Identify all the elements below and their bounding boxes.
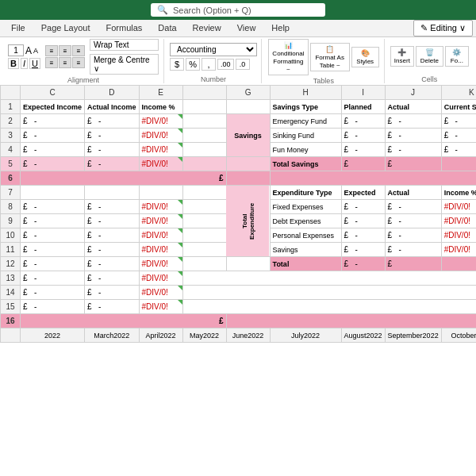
- cell[interactable]: £: [21, 314, 227, 328]
- cell[interactable]: £ -: [85, 286, 140, 300]
- tab-page-layout[interactable]: Page Layout: [33, 20, 98, 36]
- merge-centre-btn[interactable]: Merge & Centre ∨: [90, 54, 159, 75]
- cell[interactable]: Income %: [441, 186, 476, 200]
- cell[interactable]: Expected Income: [21, 100, 85, 114]
- cell[interactable]: [21, 186, 85, 200]
- cell[interactable]: £ -: [85, 129, 140, 143]
- cell[interactable]: £ -: [85, 157, 140, 171]
- col-e-header[interactable]: E: [139, 86, 182, 100]
- cell[interactable]: Savings Type: [270, 100, 341, 114]
- cell[interactable]: Current Savings: [441, 100, 476, 114]
- cell[interactable]: £: [385, 257, 441, 271]
- cell[interactable]: #DIV/0!: [139, 300, 182, 314]
- cell[interactable]: £ -: [21, 300, 85, 314]
- cell[interactable]: £ -: [21, 200, 85, 214]
- cell[interactable]: £ -: [85, 271, 140, 286]
- cell[interactable]: £ -: [21, 286, 85, 300]
- cell[interactable]: [85, 186, 140, 200]
- align-middle[interactable]: ≡: [59, 57, 71, 68]
- align-bottom[interactable]: ≡: [72, 57, 85, 68]
- cell[interactable]: #DIV/0!: [139, 157, 182, 171]
- month-cell[interactable]: October2022: [441, 328, 476, 343]
- col-j-header[interactable]: J: [385, 86, 441, 100]
- col-f-header[interactable]: [182, 86, 226, 100]
- cell[interactable]: Expected: [341, 186, 385, 200]
- cell[interactable]: £ -: [21, 271, 85, 286]
- cell[interactable]: £ -: [385, 143, 441, 157]
- tab-data[interactable]: Data: [150, 20, 184, 36]
- cell[interactable]: £ -: [385, 129, 441, 143]
- cell[interactable]: #DIV/0!: [441, 200, 476, 214]
- cell[interactable]: #DIV/0!: [139, 271, 182, 286]
- underline-btn[interactable]: U: [29, 58, 40, 69]
- cell[interactable]: £ -: [21, 157, 85, 171]
- cell[interactable]: Income %: [139, 100, 182, 114]
- decimal-increase-btn[interactable]: .00: [217, 59, 234, 70]
- cell[interactable]: Sinking Fund: [270, 129, 341, 143]
- cell[interactable]: £ -: [21, 228, 85, 243]
- cell[interactable]: #DIV/0!: [139, 243, 182, 257]
- cell[interactable]: £ -: [85, 143, 140, 157]
- cell[interactable]: £ -: [385, 200, 441, 214]
- cell[interactable]: #DIV/0!: [139, 257, 182, 271]
- percent-btn[interactable]: %: [186, 58, 200, 71]
- font-increase-icon[interactable]: A: [25, 45, 32, 56]
- cell[interactable]: [182, 100, 226, 114]
- cell[interactable]: £ -: [441, 143, 476, 157]
- cell[interactable]: £ -: [341, 214, 385, 228]
- cell[interactable]: Expenditure Type: [270, 186, 341, 200]
- cell[interactable]: [226, 257, 270, 271]
- cell[interactable]: £ -: [21, 129, 85, 143]
- cell[interactable]: £ -: [85, 200, 140, 214]
- cell[interactable]: #DIV/0!: [139, 129, 182, 143]
- sheet-grid[interactable]: C D E G H I J K 1 Expected Income Actual…: [0, 85, 476, 450]
- cell[interactable]: [226, 171, 270, 186]
- format-btn[interactable]: ⚙️Fo...: [445, 46, 469, 67]
- delete-btn[interactable]: 🗑️Delete: [416, 46, 443, 67]
- month-cell[interactable]: March2022: [85, 328, 140, 343]
- cell[interactable]: £ -: [341, 129, 385, 143]
- styles-btn[interactable]: 🎨Styles: [351, 47, 379, 67]
- conditional-formatting-btn[interactable]: 📊Conditional Formatting ~: [268, 39, 309, 75]
- tab-review[interactable]: Review: [185, 20, 229, 36]
- cell[interactable]: Actual Income: [85, 100, 140, 114]
- cell[interactable]: Emergency Fund: [270, 114, 341, 129]
- cell[interactable]: £: [385, 157, 441, 171]
- cell[interactable]: #DIV/0!: [139, 228, 182, 243]
- cell[interactable]: £ -: [85, 257, 140, 271]
- month-cell[interactable]: August2022: [341, 328, 385, 343]
- cell[interactable]: £ -: [385, 243, 441, 257]
- cell[interactable]: £ -: [21, 243, 85, 257]
- cell[interactable]: [139, 186, 182, 200]
- cell[interactable]: £ -: [21, 214, 85, 228]
- cell[interactable]: £ -: [385, 114, 441, 129]
- cell[interactable]: [226, 157, 270, 171]
- decimal-decrease-btn[interactable]: .0: [236, 59, 250, 70]
- cell[interactable]: [182, 243, 226, 257]
- cell[interactable]: £ -: [21, 143, 85, 157]
- cell[interactable]: [182, 257, 226, 271]
- tab-help[interactable]: Help: [263, 20, 298, 36]
- cell[interactable]: Fixed Expenses: [270, 200, 341, 214]
- cell[interactable]: £ -: [341, 257, 385, 271]
- cell[interactable]: [226, 314, 476, 328]
- cell[interactable]: £: [341, 157, 385, 171]
- cell[interactable]: £ -: [21, 257, 85, 271]
- cell[interactable]: [182, 186, 226, 200]
- cell[interactable]: Actual: [385, 100, 441, 114]
- cell[interactable]: [270, 171, 476, 186]
- cell[interactable]: £ -: [341, 143, 385, 157]
- cell[interactable]: [182, 300, 476, 314]
- cell[interactable]: £ -: [385, 214, 441, 228]
- month-cell[interactable]: June2022: [226, 328, 270, 343]
- col-d-header[interactable]: D: [85, 86, 140, 100]
- align-left[interactable]: ≡: [45, 45, 58, 56]
- tab-view[interactable]: View: [229, 20, 264, 36]
- cell[interactable]: £ -: [85, 114, 140, 129]
- format-as-table-btn[interactable]: 📋Format As Table ~: [310, 43, 350, 71]
- col-c-header[interactable]: C: [21, 86, 85, 100]
- comma-btn[interactable]: ,: [202, 58, 216, 71]
- cell[interactable]: #DIV/0!: [139, 114, 182, 129]
- cell[interactable]: [182, 157, 226, 171]
- month-cell[interactable]: May2022: [182, 328, 226, 343]
